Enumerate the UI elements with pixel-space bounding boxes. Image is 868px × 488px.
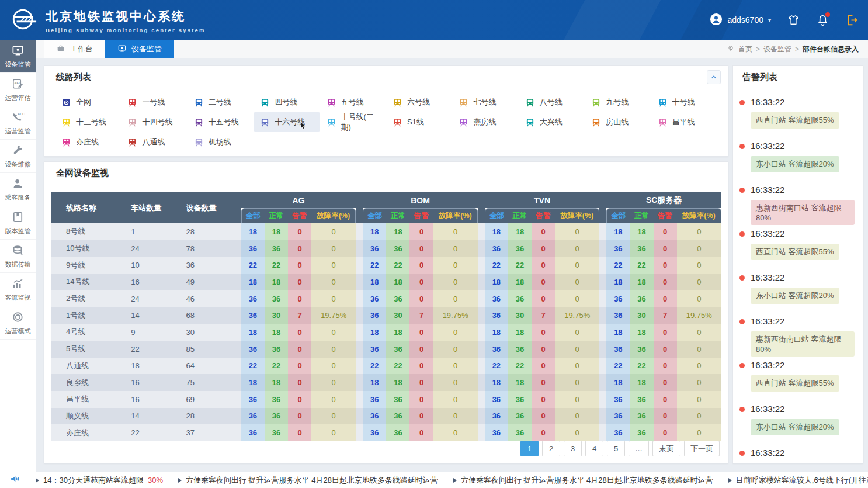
sidebar-item-3[interactable]: ACC运营监管	[0, 106, 36, 140]
line-item-16[interactable]: S1线	[386, 112, 452, 132]
page-next-button[interactable]: 下一页	[684, 441, 720, 456]
alarm-message[interactable]: 西直门站 客流超限55%	[751, 244, 839, 260]
table-row[interactable]: 8号线128181800181800181800181800	[51, 223, 721, 240]
line-item-21[interactable]: 亦庄线	[55, 132, 121, 152]
alarm-message[interactable]: 东小口站 客流超限20%	[751, 288, 839, 304]
line-item-7[interactable]: 七号线	[452, 92, 518, 112]
line-item-8[interactable]: 八号线	[519, 92, 585, 112]
page-button-1[interactable]: 1	[520, 441, 539, 456]
line-item-label: 十号线(二期)	[341, 112, 379, 133]
page-button-…[interactable]: …	[629, 441, 649, 456]
tab-device-monitoring[interactable]: 设备监管	[105, 40, 174, 58]
page-button-3[interactable]: 3	[564, 441, 582, 456]
cell-metric: 36	[606, 240, 630, 257]
line-item-18[interactable]: 大兴线	[519, 112, 585, 132]
line-item-20[interactable]: 昌平线	[651, 112, 717, 132]
table-row[interactable]: 1号线14683630719.75%3630719.75%3630719.75%…	[51, 307, 721, 324]
cell-metric: 22	[363, 257, 386, 274]
table-row[interactable]: 14号线1649181800181800181800181800	[51, 274, 721, 290]
row-spacer	[478, 341, 485, 358]
cell-metric: 0	[409, 374, 433, 391]
cell-metric: 30	[386, 307, 409, 324]
page-last-button[interactable]: 末页	[652, 441, 680, 456]
logout-icon[interactable]	[845, 13, 859, 27]
table-row[interactable]: 良乡线1675181800181800181800181800	[51, 374, 721, 391]
alarm-message[interactable]: 东小口站 客流超限20%	[751, 156, 839, 172]
breadcrumb-home[interactable]: 首页	[738, 44, 752, 54]
line-item-3[interactable]: 二号线	[188, 92, 254, 112]
cell-metric: 0	[288, 391, 311, 408]
line-item-6[interactable]: 六号线	[386, 92, 452, 112]
line-item-15[interactable]: 十号线(二期)	[320, 112, 386, 132]
sidebar-item-6[interactable]: 版本监管	[0, 206, 36, 240]
line-item-label: 五号线	[341, 97, 364, 108]
table-row[interactable]: 顺义线1428363600363600363600363600	[51, 408, 721, 425]
alarm-message[interactable]: 惠新西街南口站 客流超限80%	[751, 331, 855, 357]
cell-devices: 85	[182, 341, 241, 358]
sidebar-item-5[interactable]: 乘客服务	[0, 173, 36, 206]
sidebar-item-4[interactable]: 设备维修	[0, 140, 36, 173]
main-content: 线路列表 全网一号线二号线四号线五号线六号线七号线八号线九号线十号线十三号线十四…	[36, 58, 868, 472]
table-row[interactable]: 9号线1036222200222200222200222200	[51, 257, 721, 274]
user-menu[interactable]: adds6700 ▾	[710, 13, 771, 27]
theme-tshirt-icon[interactable]	[786, 13, 800, 27]
group-header-3: TVN	[485, 192, 599, 208]
sidebar-item-1[interactable]: 设备监管	[0, 40, 36, 73]
cell-metric: 0	[433, 223, 478, 240]
cell-metric: 36	[241, 240, 265, 257]
cell-metric: 36	[386, 424, 409, 441]
line-item-17[interactable]: 燕房线	[452, 112, 518, 132]
alarm-message[interactable]: 东小口站 客流超限20%	[751, 419, 839, 435]
train-icon	[592, 118, 600, 127]
cell-metric: 0	[654, 290, 677, 307]
row-spacer	[478, 324, 485, 341]
cell-metric: 0	[654, 240, 677, 257]
group-header-4: SC服务器	[606, 192, 721, 208]
page-button-4[interactable]: 4	[585, 441, 603, 456]
page-button-2[interactable]: 2	[542, 441, 560, 456]
table-row[interactable]: 4号线930181800181800181800181800	[51, 324, 721, 341]
cell-metric: 36	[363, 341, 386, 358]
cell-metric: 0	[654, 257, 677, 274]
row-spacer	[478, 391, 485, 408]
sidebar-item-8[interactable]: 客流监视	[0, 273, 36, 306]
table-row[interactable]: 10号线2478363600363600363600363600	[51, 240, 721, 257]
line-item-2[interactable]: 一号线	[121, 92, 187, 112]
breadcrumb-device-monitoring[interactable]: 设备监管	[763, 44, 791, 54]
line-item-5[interactable]: 五号线	[320, 92, 386, 112]
table-row[interactable]: 昌平线1669363600363600363600363600	[51, 391, 721, 408]
line-item-4[interactable]: 四号线	[254, 92, 320, 112]
line-item-10[interactable]: 十号线	[651, 92, 717, 112]
table-row[interactable]: 亦庄线2237363600363600363600363600	[51, 424, 721, 441]
line-item-19[interactable]: 房山线	[585, 112, 651, 132]
sidebar-item-9[interactable]: 运营模式	[0, 306, 36, 340]
line-item-14[interactable]: 十六号线	[254, 112, 320, 132]
alarm-message[interactable]: 西直门站 客流超限55%	[751, 112, 839, 129]
line-item-11[interactable]: 十三号线	[55, 112, 121, 132]
line-item-13[interactable]: 十五号线	[188, 112, 254, 132]
line-item-1[interactable]: 全网	[55, 92, 121, 112]
line-item-12[interactable]: 十四号线	[121, 112, 187, 132]
cell-metric: 0	[311, 374, 356, 391]
line-item-22[interactable]: 八通线	[121, 132, 187, 152]
cell-metric: 18	[386, 223, 409, 240]
tab-workbench[interactable]: 工作台	[44, 40, 105, 58]
line-item-23[interactable]: 机场线	[188, 132, 254, 152]
sidebar-item-2[interactable]: AFC运营评估	[0, 73, 36, 106]
collapse-panel-button[interactable]	[707, 70, 721, 84]
alarm-message[interactable]: 惠新西街南口站 客流超限80%	[751, 200, 855, 225]
page-button-5[interactable]: 5	[607, 441, 625, 456]
table-row[interactable]: 5号线2285363600363600363600363600	[51, 341, 721, 358]
notification-bell-icon[interactable]	[815, 13, 829, 27]
table-row[interactable]: 2号线2446363600363600363600363600	[51, 290, 721, 307]
alarm-message[interactable]: 西直门站 客流超限55%	[751, 375, 839, 392]
table-row[interactable]: 八通线1864222200222200222200222200	[51, 358, 721, 375]
person-icon	[11, 177, 25, 191]
cell-metric: 30	[508, 307, 532, 324]
sidebar-item-7[interactable]: 数据传输	[0, 240, 36, 273]
alarm-time: 16:33:22	[751, 316, 857, 326]
cell-metric: 0	[288, 240, 311, 257]
line-item-label: 八通线	[142, 137, 165, 147]
cell-metric: 18	[485, 374, 508, 391]
line-item-9[interactable]: 九号线	[585, 92, 651, 112]
